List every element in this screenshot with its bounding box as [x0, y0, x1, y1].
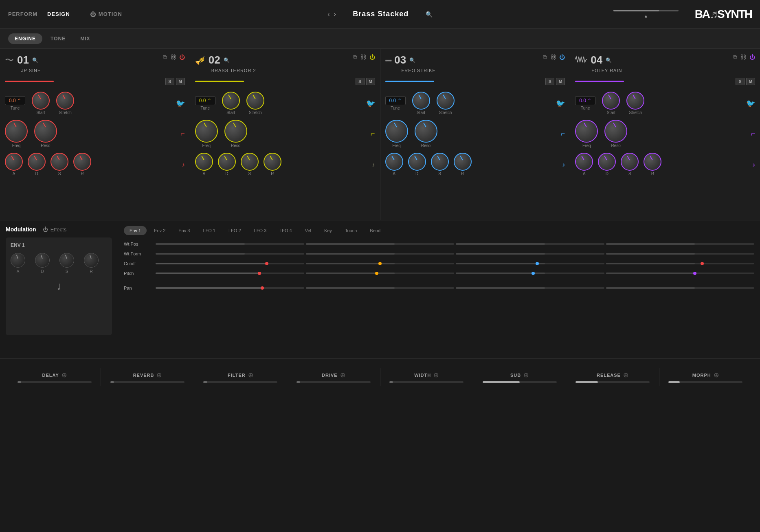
- engine-1-s-button[interactable]: S: [165, 78, 174, 85]
- mod-slider-pan-3[interactable]: [456, 287, 604, 289]
- engine-4-power-icon[interactable]: ⏻: [749, 54, 755, 61]
- engine-3-stretch-knob[interactable]: [437, 92, 455, 110]
- env-s-knob[interactable]: [59, 253, 74, 268]
- effect-delay-add-icon[interactable]: ⊕: [62, 371, 67, 379]
- mod-slider-pitch-4[interactable]: [606, 273, 755, 274]
- engine-3-search-icon[interactable]: 🔍: [409, 57, 415, 63]
- engine-2-m-button[interactable]: M: [366, 78, 375, 85]
- effect-drive-add-icon[interactable]: ⊕: [340, 371, 345, 379]
- mod-slider-wtpos-1[interactable]: [156, 243, 304, 245]
- perform-nav[interactable]: PERFORM: [8, 11, 37, 17]
- mod-slider-wtform-1[interactable]: [156, 253, 304, 255]
- engine-3-start-knob[interactable]: [412, 92, 430, 110]
- mod-slider-pan-4[interactable]: [606, 287, 755, 289]
- engine-3-s-button[interactable]: S: [545, 78, 554, 85]
- engine-3-r-knob[interactable]: [454, 153, 472, 171]
- mod-slider-wtpos-4[interactable]: [606, 243, 755, 245]
- engine-1-freq-knob[interactable]: [5, 120, 28, 143]
- preset-next-button[interactable]: ›: [334, 11, 336, 18]
- mod-tab-lfo4[interactable]: LFO 4: [274, 226, 298, 235]
- effect-release-bar[interactable]: [575, 381, 650, 383]
- engine-4-s-button[interactable]: S: [736, 78, 745, 85]
- effect-sub-add-icon[interactable]: ⊕: [523, 371, 529, 379]
- mod-tab-lfo1[interactable]: LFO 1: [197, 226, 221, 235]
- mod-slider-pitch-3[interactable]: [456, 273, 604, 274]
- env-r-knob[interactable]: [84, 253, 99, 268]
- design-nav[interactable]: DESIGN: [47, 11, 70, 17]
- engine-2-tune-value[interactable]: 0.0 ⌃: [195, 96, 215, 105]
- engine-3-copy-icon[interactable]: ⧉: [543, 54, 547, 61]
- motion-nav[interactable]: ⏻ MOTION: [90, 11, 122, 18]
- engine-1-power-icon[interactable]: ⏻: [179, 54, 185, 61]
- engine-1-search-icon[interactable]: 🔍: [32, 57, 38, 63]
- engine-4-a-knob[interactable]: [575, 153, 593, 171]
- effect-sub-bar[interactable]: [483, 381, 557, 383]
- engine-2-freq-knob[interactable]: [195, 120, 218, 143]
- engine-4-stretch-knob[interactable]: [626, 92, 644, 110]
- tab-tone[interactable]: TONE: [44, 33, 72, 44]
- engine-4-tune-value[interactable]: 0.0 ⌃: [575, 96, 595, 105]
- effects-toggle-button[interactable]: ⏻ Effects: [43, 226, 67, 233]
- effect-reverb-add-icon[interactable]: ⊕: [156, 371, 162, 379]
- mod-slider-wtpos-3[interactable]: [456, 243, 604, 245]
- mod-slider-wtpos-2[interactable]: [306, 243, 455, 245]
- engine-4-d-knob[interactable]: [598, 153, 616, 171]
- mod-tab-key[interactable]: Key: [318, 226, 338, 235]
- mod-slider-cutoff-4[interactable]: [606, 263, 755, 264]
- mod-tab-touch[interactable]: Touch: [339, 226, 362, 235]
- effect-reverb-bar[interactable]: [110, 381, 185, 383]
- mod-tab-lfo2[interactable]: LFO 2: [223, 226, 247, 235]
- engine-3-m-button[interactable]: M: [556, 78, 565, 85]
- effect-width-add-icon[interactable]: ⊕: [433, 371, 439, 379]
- mod-sliders-pan[interactable]: [156, 287, 754, 289]
- mod-sliders-pitch[interactable]: [156, 273, 754, 274]
- engine-1-stretch-knob[interactable]: [56, 92, 74, 110]
- engine-4-link-icon[interactable]: ⛓: [740, 54, 746, 61]
- engine-2-a-knob[interactable]: [195, 153, 213, 171]
- effect-drive-bar[interactable]: [297, 381, 371, 383]
- engine-4-m-button[interactable]: M: [746, 78, 755, 85]
- effect-morph-add-icon[interactable]: ⊕: [714, 371, 719, 379]
- engine-2-link-icon[interactable]: ⛓: [360, 54, 366, 61]
- mod-slider-pan-2[interactable]: [306, 287, 455, 289]
- mod-slider-cutoff-1[interactable]: [156, 263, 304, 264]
- engine-4-start-knob[interactable]: [602, 92, 620, 110]
- engine-2-s-knob[interactable]: [241, 153, 259, 171]
- engine-1-copy-icon[interactable]: ⧉: [163, 54, 167, 61]
- engine-1-d-knob[interactable]: [28, 153, 46, 171]
- engine-4-freq-knob[interactable]: [575, 120, 598, 143]
- effect-release-add-icon[interactable]: ⊕: [623, 371, 628, 379]
- volume-track[interactable]: [613, 10, 679, 11]
- engine-3-power-icon[interactable]: ⏻: [559, 54, 565, 61]
- engine-2-stretch-knob[interactable]: [246, 92, 264, 110]
- engine-1-r-knob[interactable]: [73, 153, 91, 171]
- engine-2-r-knob[interactable]: [264, 153, 281, 171]
- preset-prev-button[interactable]: ‹: [327, 11, 329, 18]
- engine-4-reso-knob[interactable]: [604, 120, 627, 143]
- mod-slider-cutoff-2[interactable]: [306, 263, 455, 264]
- mod-tab-bend[interactable]: Bend: [364, 226, 386, 235]
- engine-4-copy-icon[interactable]: ⧉: [733, 54, 737, 61]
- tab-mix[interactable]: MIX: [74, 33, 97, 44]
- mod-sliders-cutoff[interactable]: [156, 263, 754, 264]
- mod-slider-pan-1[interactable]: [156, 287, 304, 289]
- engine-2-reso-knob[interactable]: [224, 120, 247, 143]
- effect-morph-bar[interactable]: [668, 381, 742, 383]
- mod-slider-wtform-4[interactable]: [606, 253, 755, 255]
- engine-2-d-knob[interactable]: [218, 153, 236, 171]
- engine-4-bird-icon[interactable]: 🐦: [746, 99, 755, 108]
- engine-1-link-icon[interactable]: ⛓: [170, 54, 176, 61]
- effect-filter-add-icon[interactable]: ⊕: [248, 371, 253, 379]
- mod-tab-env2[interactable]: Env 2: [148, 226, 171, 235]
- mod-slider-pitch-2[interactable]: [306, 273, 455, 274]
- mod-tab-env3[interactable]: Env 3: [173, 226, 195, 235]
- engine-1-tune-value[interactable]: 0.0 ⌃: [5, 96, 25, 105]
- engine-2-copy-icon[interactable]: ⧉: [353, 54, 357, 61]
- engine-4-search-icon[interactable]: 🔍: [606, 57, 612, 63]
- engine-3-link-icon[interactable]: ⛓: [550, 54, 556, 61]
- engine-2-search-icon[interactable]: 🔍: [224, 57, 230, 63]
- mod-sliders-wtpos[interactable]: [156, 243, 754, 245]
- effect-width-bar[interactable]: [389, 381, 463, 383]
- mod-slider-cutoff-3[interactable]: [456, 263, 604, 264]
- tab-engine[interactable]: ENGINE: [8, 33, 42, 44]
